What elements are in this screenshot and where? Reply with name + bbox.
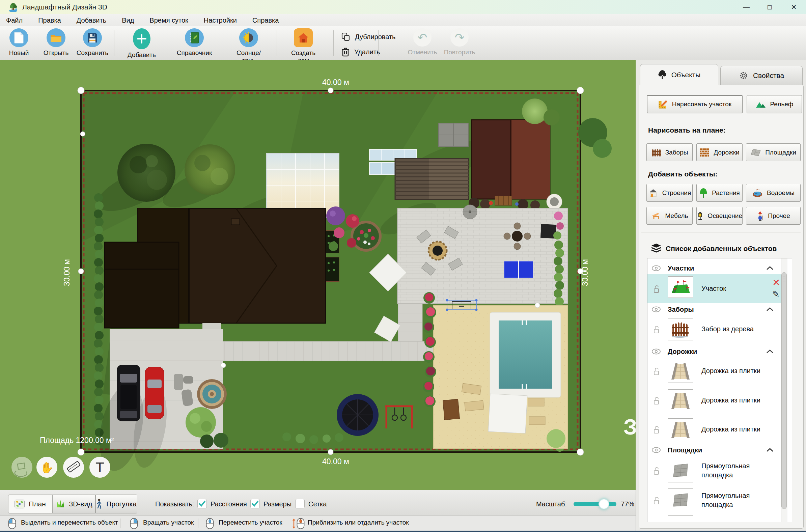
relief-button[interactable]: Рельеф [747,95,802,113]
table-tennis[interactable] [504,260,533,279]
list-item-fence[interactable]: Забор из дерева [648,316,786,344]
pergola[interactable] [395,158,468,200]
furniture-button[interactable]: Мебель [647,207,693,225]
ponds-button[interactable]: Водоемы [746,184,801,202]
plants-button[interactable]: Растения [696,184,743,202]
duplicate-button[interactable]: Дублировать [341,32,396,41]
maximize-button[interactable]: □ [762,2,777,12]
checkbox-distances-label[interactable]: Расстояния [211,500,247,508]
reference-button[interactable]: Справочник [176,28,213,57]
lock-open-icon[interactable] [653,497,660,505]
list-item-path-3[interactable]: Дорожка из плитки [648,416,786,444]
hedge-left[interactable] [94,193,103,445]
tree-large-olive[interactable] [185,145,235,195]
fountain[interactable] [197,379,227,409]
redo-button[interactable]: ↷ Повторить [441,28,478,56]
group-pads[interactable]: Площадки [648,444,786,456]
path-thumbnail [668,360,693,383]
delete-button[interactable]: Удалить [341,47,380,57]
text-tool[interactable]: T [90,457,110,478]
patio-umbrella[interactable] [463,205,477,219]
list-item-plot[interactable]: Участок ✕ ✎ [648,274,786,303]
patio[interactable] [398,208,568,304]
lock-open-icon[interactable] [653,397,660,405]
pavilion[interactable] [488,394,527,434]
checkbox-sizes-label[interactable]: Размеры [264,500,291,508]
list-item-pad-1[interactable]: Прямоугольная площадка [648,456,786,486]
lock-open-icon[interactable] [653,285,660,294]
list-item-path-1[interactable]: Дорожка из плитки [648,357,786,386]
undo-button[interactable]: ↶ Отменить [404,28,441,56]
fences-button[interactable]: Заборы [647,144,693,161]
lock-open-icon[interactable] [653,325,660,334]
lighting-button[interactable]: Освещение [696,207,743,225]
menu-help[interactable]: Справка [252,17,279,24]
edit-item-icon[interactable]: ✎ [772,289,780,300]
lock-open-icon[interactable] [653,367,660,376]
add-button[interactable]: Добавить [123,28,160,59]
car-black[interactable] [117,365,140,421]
view-mode-3d[interactable]: 3D-вид [52,495,95,513]
close-button[interactable]: ✕ [786,2,801,12]
buildings-button[interactable]: Строения [647,184,693,202]
rotate-3d-tool[interactable] [12,457,32,478]
measure-tool[interactable] [63,457,84,478]
view-mode-walk[interactable]: Прогулка [95,495,137,513]
delete-item-icon[interactable]: ✕ [772,277,780,288]
eye-icon[interactable] [651,348,661,355]
list-scrollbar-thumb[interactable] [781,272,787,509]
menu-view[interactable]: Вид [122,17,134,24]
save-button[interactable]: Сохранить [74,28,111,57]
menu-add[interactable]: Добавить [77,17,106,24]
checkbox-grid[interactable] [295,499,305,508]
chevron-up-icon[interactable] [766,307,774,311]
eye-icon[interactable] [651,447,661,453]
group-plots[interactable]: Участки [648,262,786,274]
new-button[interactable]: Новый [0,28,37,57]
pool[interactable] [490,312,561,397]
toolbar-separator [378,30,379,56]
stone-well[interactable] [546,194,562,209]
list-item-pad-2[interactable]: Прямоугольная площадка [648,486,786,515]
trampoline[interactable] [337,394,379,436]
tree-large-dark[interactable] [117,144,175,202]
view-mode-plan[interactable]: План [8,495,52,513]
pan-tool[interactable]: ✋ [36,457,57,478]
open-button[interactable]: Открыть [37,28,75,57]
pads-button[interactable]: Площадки [746,144,801,161]
checkbox-distances[interactable] [197,499,207,508]
lock-open-icon[interactable] [653,426,660,435]
concrete-pad[interactable] [439,123,468,147]
checkbox-grid-label[interactable]: Сетка [308,500,327,508]
menu-edit[interactable]: Правка [38,17,61,24]
group-fences[interactable]: Заборы [648,303,786,316]
misc-button[interactable]: Прочее [746,207,801,225]
checkbox-sizes[interactable] [250,499,260,508]
menu-file[interactable]: Файл [6,17,23,24]
chevron-up-icon[interactable] [766,349,774,354]
draw-plot-button[interactable]: Нарисовать участок [647,95,743,113]
outbuilding-red-roof[interactable] [472,120,550,206]
tab-objects[interactable]: Объекты [640,64,718,85]
chevron-up-icon[interactable] [766,448,774,452]
scale-slider-thumb[interactable] [598,499,609,509]
paths-button[interactable]: Дорожки [696,144,743,161]
garden-gnome[interactable] [489,201,493,205]
minimize-button[interactable]: — [739,2,754,12]
eye-icon[interactable] [651,265,661,271]
sun-shadow-button[interactable]: Солнце/тень [230,28,267,64]
parking-mat[interactable] [174,374,183,390]
tab-properties[interactable]: Свойства [720,66,803,85]
list-item-path-2[interactable]: Дорожка из плитки [648,386,786,416]
lock-open-icon[interactable] [653,467,660,476]
chevron-up-icon[interactable] [766,266,774,270]
car-red[interactable] [145,367,164,419]
group-paths[interactable]: Дорожки [648,345,786,358]
plan-canvas[interactable]: 40.00 м 40.00 м 30.00 м 30.00 м Площадь … [0,60,636,490]
create-house-button[interactable]: Создать дом [285,28,322,64]
menu-daytime[interactable]: Время суток [150,17,188,24]
eye-icon[interactable] [651,306,661,312]
menu-settings[interactable]: Настройки [204,17,237,24]
house[interactable] [104,208,326,330]
scale-slider-track[interactable] [574,502,616,506]
